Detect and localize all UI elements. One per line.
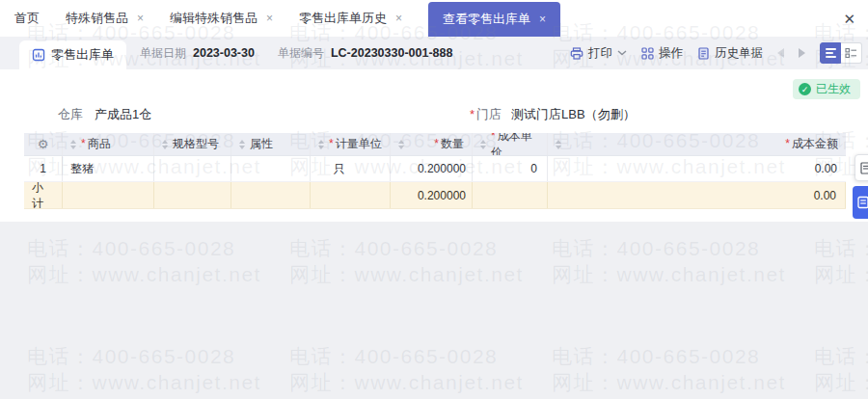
chevron-down-icon (617, 50, 627, 56)
status-badge-label: 已生效 (816, 81, 851, 97)
cell-spec[interactable] (154, 156, 231, 181)
warehouse-label: 仓库 (58, 106, 83, 123)
tab-close-icon[interactable]: × (539, 13, 546, 25)
subtotal-empty-cell (473, 182, 548, 208)
prev-document-arrow-icon[interactable] (777, 48, 784, 58)
header-unit-cost[interactable]: *成本单价 (473, 133, 548, 155)
tab-label: 首页 (14, 10, 40, 27)
side-panel-form-button[interactable] (853, 186, 868, 219)
history-documents-label: 历史单据 (715, 45, 763, 62)
tab-label: 编辑特殊销售品 (170, 10, 258, 27)
history-documents-button[interactable]: 历史单据 (697, 45, 763, 62)
subtotal-empty-cell (63, 182, 154, 208)
status-badge: ✓ 已生效 (793, 79, 860, 99)
toolbar-actions: 打印 操作 (570, 42, 862, 64)
browser-tab-bar: 首页 特殊销售品 × 编辑特殊销售品 × 零售出库单历史 × 查看零售出库单 ×… (0, 0, 868, 37)
subtotal-quantity: 0.200000 (391, 182, 473, 208)
grid-icon (641, 47, 654, 60)
header-cell-text: *成本金额 (785, 136, 838, 152)
cell-cost-amount[interactable]: 0.00 (548, 156, 846, 181)
tab-home[interactable]: 首页 (14, 0, 40, 37)
sort-icon[interactable] (70, 140, 76, 149)
sort-icon[interactable] (480, 140, 486, 149)
tab-retail-outbound-history[interactable]: 零售出库单历史 × (299, 0, 402, 37)
print-label: 打印 (588, 45, 612, 62)
tab-close-icon[interactable]: × (395, 13, 402, 24)
doc-tab-retail-outbound[interactable]: 零售出库单 (19, 40, 126, 69)
items-table: ⚙ *商品 规格型号 属性 *计量单位 *数量 (24, 133, 846, 209)
column-settings-header[interactable]: ⚙ (24, 133, 63, 155)
sort-icon[interactable] (398, 140, 404, 149)
doc-date: 单据日期 2023-03-30 (140, 45, 255, 62)
sort-icon[interactable] (318, 140, 324, 149)
doc-number: 单据编号 LC-20230330-001-888 (278, 45, 452, 62)
subtotal-empty-cell (231, 182, 311, 208)
subtotal-cost-amount: 0.00 (548, 182, 846, 208)
operations-button[interactable]: 操作 (641, 45, 683, 62)
table-row[interactable]: 1 整猪 只 0.200000 0 0.00 (24, 156, 846, 182)
document-toolbar: 零售出库单 单据日期 2023-03-30 单据编号 LC-20230330-0… (0, 37, 868, 69)
sort-icon[interactable] (556, 140, 561, 149)
tab-special-sales[interactable]: 特殊销售品 × (66, 0, 144, 37)
doc-outline-icon (860, 162, 868, 174)
gear-icon[interactable]: ⚙ (38, 138, 49, 150)
warehouse-field[interactable]: 仓库 产成品1仓 (58, 106, 151, 123)
header-cost-amount[interactable]: *成本金额 (548, 133, 846, 155)
header-attribute[interactable]: 属性 (231, 133, 311, 155)
doc-number-label: 单据编号 (278, 45, 324, 62)
operations-label: 操作 (659, 45, 683, 62)
doc-tab-label: 零售出库单 (51, 46, 114, 64)
tab-close-icon[interactable]: × (266, 13, 273, 24)
header-unit[interactable]: *计量单位 (311, 133, 391, 155)
history-doc-icon (697, 47, 710, 60)
printer-icon (570, 47, 583, 60)
tab-view-retail-outbound[interactable]: 查看零售出库单 × (428, 2, 560, 37)
view-toggle (820, 42, 862, 64)
cell-product[interactable]: 整猪 (63, 156, 154, 181)
document-card: ✓ 已生效 仓库 产成品1仓 *门店 测试门店LBB（勿删） ⚙ *商品 规格型… (0, 69, 868, 222)
cell-row-index: 1 (24, 156, 63, 181)
store-field[interactable]: *门店 测试门店LBB（勿删） (470, 106, 636, 123)
header-cell-text: *计量单位 (329, 136, 382, 152)
card-view-button[interactable] (841, 42, 862, 64)
subtotal-row: 小计 0.200000 0.00 (24, 182, 846, 209)
tab-edit-special-sales[interactable]: 编辑特殊销售品 × (170, 0, 273, 37)
cell-unit[interactable]: 只 (311, 156, 391, 181)
tab-label: 特殊销售品 (66, 10, 128, 27)
sort-icon[interactable] (239, 140, 245, 149)
list-view-icon (826, 46, 836, 60)
side-panel-doc-button[interactable] (854, 154, 868, 181)
doc-number-value: LC-20230330-001-888 (331, 46, 452, 60)
header-cell-text: *商品 (81, 136, 111, 152)
header-cell-text: 属性 (250, 136, 273, 152)
next-document-arrow-icon[interactable] (799, 48, 805, 58)
header-spec[interactable]: 规格型号 (154, 133, 231, 155)
warehouse-value: 产成品1仓 (95, 106, 151, 123)
app-window: { "window": { "close_icon": "✕" }, "tab_… (0, 0, 868, 399)
header-cell-text: 规格型号 (173, 136, 219, 152)
window-close-icon[interactable]: ✕ (843, 12, 855, 26)
list-view-button[interactable] (820, 42, 841, 64)
print-button[interactable]: 打印 (570, 45, 627, 62)
table-header-row: ⚙ *商品 规格型号 属性 *计量单位 *数量 (24, 133, 846, 156)
sort-icon[interactable] (162, 140, 168, 149)
subtotal-label: 小计 (24, 182, 63, 208)
subtotal-empty-cell (311, 182, 391, 208)
required-asterisk: * (470, 107, 475, 121)
check-circle-icon: ✓ (799, 83, 811, 95)
cell-quantity[interactable]: 0.200000 (391, 156, 473, 181)
store-value: 测试门店LBB（勿删） (511, 106, 636, 123)
store-required-row: *门店 (470, 106, 502, 123)
cell-unit-cost[interactable]: 0 (473, 156, 548, 181)
header-product[interactable]: *商品 (63, 133, 154, 155)
card-view-icon (845, 47, 857, 59)
workspace-background (0, 222, 868, 399)
document-icon (32, 48, 45, 62)
subtotal-empty-cell (154, 182, 231, 208)
header-quantity[interactable]: *数量 (391, 133, 473, 155)
header-cell-text: *数量 (434, 136, 464, 152)
cell-attribute[interactable] (231, 156, 311, 181)
tab-close-icon[interactable]: × (137, 13, 144, 24)
tab-label: 查看零售出库单 (443, 11, 530, 28)
doc-date-value: 2023-03-30 (193, 46, 255, 60)
